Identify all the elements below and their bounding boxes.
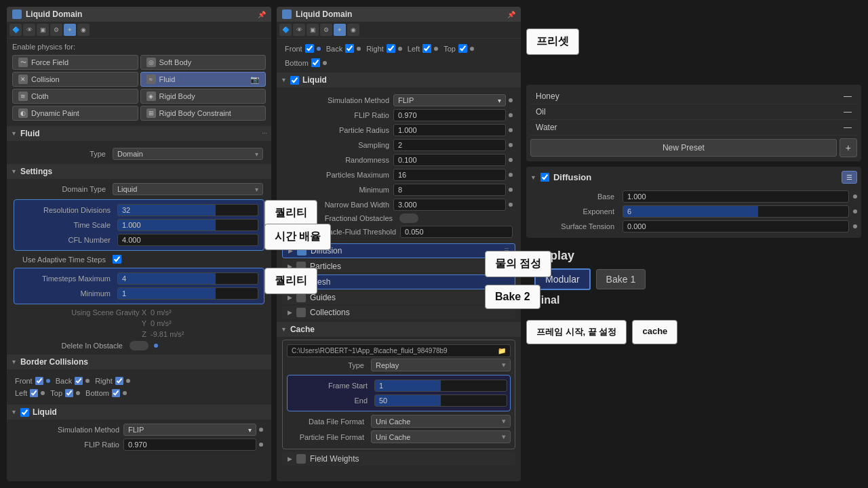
settings-header[interactable]: ▼ Settings <box>7 164 271 179</box>
left-checkbox[interactable] <box>30 389 38 397</box>
preset-water[interactable]: Water — <box>530 120 857 136</box>
diff-base-value[interactable]: 1.000 <box>623 190 849 203</box>
time-scale-value[interactable]: 1.000 <box>117 219 258 231</box>
obstacle-fluid-value[interactable]: 0.050 <box>400 226 513 238</box>
narrow-band-value[interactable]: 3.000 <box>393 199 506 211</box>
cloth-btn[interactable]: ≋ Cloth <box>12 89 138 104</box>
diff-base-number: 1.000 <box>627 192 646 201</box>
randomness-value[interactable]: 0.100 <box>393 154 506 166</box>
sim-method-dot <box>259 428 263 432</box>
liquid-bottom-checkbox[interactable] <box>20 408 29 417</box>
new-preset-btn[interactable]: New Preset <box>530 139 837 157</box>
view-bottom-checkbox[interactable] <box>311 58 320 67</box>
fluid-btn[interactable]: ≈ Fluid 📷 <box>140 72 267 87</box>
randomness-label: Randomness <box>285 156 393 164</box>
delete-obstacle-dot <box>154 344 158 348</box>
diff-surface-label: Surface Tension <box>530 222 618 230</box>
bottom-checkbox[interactable] <box>112 389 120 397</box>
data-file-format-dropdown[interactable]: Uni Cache <box>371 415 511 428</box>
collision-btn[interactable]: ✕ Collision <box>12 72 138 87</box>
cache-folder-icon[interactable]: 📁 <box>498 347 506 354</box>
sim-method-dropdown[interactable]: FLIP <box>123 424 256 436</box>
frame-start-value[interactable]: 1 <box>374 380 507 392</box>
mid-sim-method-dropdown[interactable]: FLIP <box>393 94 506 106</box>
view-back-checkbox[interactable] <box>345 44 354 53</box>
frame-start-number: 1 <box>379 382 383 390</box>
sampling-value[interactable]: 2 <box>393 139 506 151</box>
top-checkbox[interactable] <box>65 389 73 397</box>
bottom-dot <box>123 391 127 395</box>
mod-icon[interactable]: ⚙ <box>50 24 62 36</box>
particle-radius-value[interactable]: 1.000 <box>393 124 506 136</box>
add-btn[interactable]: + <box>840 138 857 157</box>
field-weights-row[interactable]: ▶ Field Weights <box>282 452 515 466</box>
domain-type-dropdown[interactable]: Liquid <box>113 183 263 195</box>
cfl-value[interactable]: 4.000 <box>117 234 258 246</box>
frame-end-value[interactable]: 50 <box>374 394 507 407</box>
mid-flip-value[interactable]: 0.970 <box>393 109 506 121</box>
diff-exponent-value[interactable]: 6 <box>623 205 849 218</box>
mid-pin-icon[interactable]: 📌 <box>507 11 515 18</box>
collections-row[interactable]: ▶ Collections <box>282 306 515 319</box>
dynamic-paint-btn[interactable]: ◐ Dynamic Paint <box>12 106 138 121</box>
diffusion-list-icon[interactable]: ☰ <box>842 171 857 184</box>
sim-method-value: FLIP <box>128 426 144 434</box>
fluid-section-header[interactable]: ▼ Fluid ··· <box>7 126 271 141</box>
right-panel: 프리셋 Honey — Oil — Water — New Preset + ▼… <box>526 7 861 481</box>
soft-body-btn[interactable]: ◎ Soft Body <box>140 55 267 70</box>
right-checkbox[interactable] <box>115 377 123 385</box>
cache-type-dropdown[interactable]: Replay <box>371 359 511 371</box>
back-checkbox[interactable] <box>75 377 83 385</box>
preset-honey[interactable]: Honey — <box>530 89 857 104</box>
front-checkbox[interactable] <box>35 377 43 385</box>
pin-icon[interactable]: 📌 <box>258 11 266 18</box>
view-front-dot <box>317 47 321 51</box>
view-icon[interactable]: 👁 <box>23 24 35 36</box>
resolution-label: Resolution Divisions <box>20 206 115 214</box>
border-collisions-header[interactable]: ▼ Border Collisions <box>7 354 271 369</box>
view-right-checkbox[interactable] <box>387 44 395 53</box>
viscosity-annotation: 물의 점성 <box>485 251 551 277</box>
mid-liquid-header[interactable]: ▼ Liquid <box>277 73 521 87</box>
rigid-body-constraint-btn[interactable]: ⊞ Rigid Body Constraint <box>140 106 267 121</box>
resolution-value[interactable]: 32 <box>117 204 258 216</box>
view-front-checkbox[interactable] <box>305 44 314 53</box>
mid-view-icon[interactable]: 👁 <box>293 24 305 36</box>
particle-file-format-dropdown[interactable]: Uni Cache <box>371 430 511 443</box>
particles-min-value[interactable]: 8 <box>393 184 506 196</box>
diff-exponent-row: Exponent 6 <box>530 204 857 219</box>
diff-surface-value[interactable]: 0.000 <box>623 220 849 232</box>
diffusion-panel-checkbox[interactable] <box>540 173 549 182</box>
preset-oil[interactable]: Oil — <box>530 104 857 120</box>
data-file-format-row: Data File Format Uni Cache <box>287 413 511 429</box>
obj-icon[interactable]: ▣ <box>37 24 49 36</box>
mid-mat-icon[interactable]: ◉ <box>347 24 359 36</box>
mid-liquid-checkbox[interactable] <box>290 76 299 85</box>
particles-icon[interactable]: ✦ <box>64 24 76 36</box>
view-left-checkbox[interactable] <box>422 44 431 53</box>
timesteps-min-value[interactable]: 1 <box>117 287 258 300</box>
type-dropdown[interactable]: Domain <box>113 148 263 160</box>
scene-icon[interactable]: 🔷 <box>9 24 22 36</box>
cache-header[interactable]: ▼ Cache <box>277 322 521 337</box>
mid-scene-icon[interactable]: 🔷 <box>279 24 292 36</box>
top-item: Top <box>50 389 80 397</box>
flip-ratio-value[interactable]: 0.970 <box>123 439 256 451</box>
particles-max-number: 16 <box>398 171 406 179</box>
rigid-body-btn[interactable]: ◈ Rigid Body <box>140 89 267 104</box>
mat-icon[interactable]: ◉ <box>77 24 90 36</box>
fractional-obstacles-toggle[interactable] <box>399 214 418 223</box>
force-field-btn[interactable]: 〜 Force Field <box>12 55 138 70</box>
timesteps-max-value[interactable]: 4 <box>117 272 258 285</box>
adaptive-row: Use Adaptive Time Steps <box>12 253 266 265</box>
view-top-checkbox[interactable] <box>458 44 467 53</box>
bake1-btn[interactable]: Bake 1 <box>596 269 646 289</box>
liquid-bottom-header[interactable]: ▼ Liquid <box>7 405 271 420</box>
mid-obj-icon[interactable]: ▣ <box>307 24 319 36</box>
delete-obstacle-toggle[interactable] <box>130 341 149 350</box>
particles-max-value[interactable]: 16 <box>393 169 506 181</box>
adaptive-checkbox[interactable] <box>113 255 121 264</box>
type-row: Type Domain <box>12 146 266 161</box>
mid-mod-icon[interactable]: ⚙ <box>320 24 332 36</box>
mid-particles-icon[interactable]: ✦ <box>334 24 346 36</box>
